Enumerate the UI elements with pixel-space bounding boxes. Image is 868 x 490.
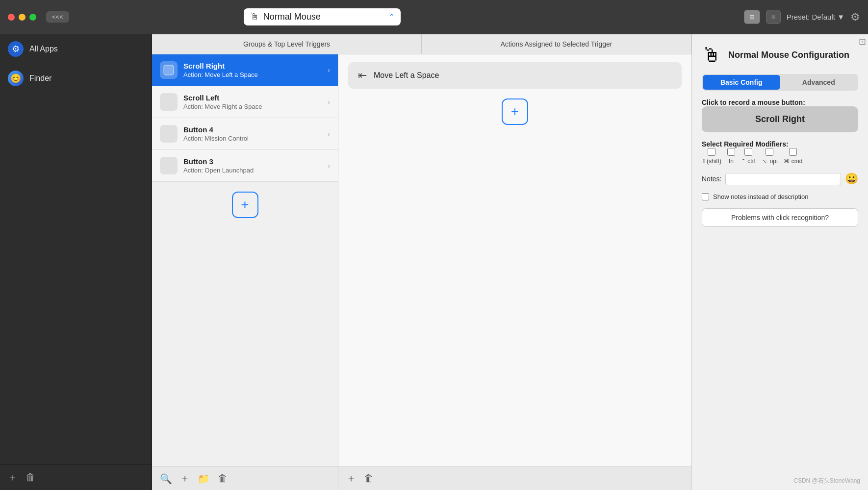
toolbar-right: ⊞ ≡ Preset: Default ▼ ⚙ <box>744 10 860 24</box>
sidebar-label-finder: Finder <box>29 74 51 83</box>
settings-gear-button[interactable]: ⚙ <box>850 11 860 24</box>
add-trigger-footer-button[interactable]: ＋ <box>180 472 190 485</box>
modifier-ctrl-checkbox[interactable] <box>744 148 752 156</box>
config-mouse-icon: 🖱 <box>702 44 721 66</box>
main-content: ⚙ All Apps 😊 Finder ＋ 🗑 Groups & Top Lev… <box>0 34 868 490</box>
record-section: Click to record a mouse button: Scroll R… <box>702 98 858 132</box>
trigger-button-4[interactable]: Button 4 Action: Mission Control › <box>152 118 338 150</box>
trigger-scroll-right-icon <box>160 61 178 79</box>
delete-trigger-button[interactable]: 🗑 <box>218 472 228 485</box>
trigger-scroll-right-name: Scroll Right <box>183 62 322 70</box>
title-bar: <<< 🖱 Normal Mouse ⌃ ⊞ ≡ Preset: Default… <box>0 0 868 34</box>
modifier-shift: ⇧(shift) <box>702 148 721 165</box>
modifiers-label: Select Required Modifiers: <box>702 140 858 148</box>
modifier-fn: fn <box>727 148 735 165</box>
delete-app-button[interactable]: 🗑 <box>26 471 35 484</box>
action-move-left-space[interactable]: ⇤ Move Left a Space <box>348 62 682 89</box>
modifier-cmd: ⌘ cmd <box>784 148 802 165</box>
show-notes-row: Show notes instead of description <box>702 193 858 200</box>
traffic-lights <box>8 14 36 21</box>
delete-action-footer-button[interactable]: 🗑 <box>364 472 374 485</box>
folder-trigger-button[interactable]: 📁 <box>198 472 210 485</box>
config-tabs: Basic Config Advanced <box>702 74 858 91</box>
show-notes-label: Show notes instead of description <box>713 193 808 200</box>
trigger-button-4-info: Button 4 Action: Mission Control <box>183 125 322 142</box>
add-action-footer-button[interactable]: ＋ <box>346 472 356 485</box>
add-action-button[interactable]: + <box>502 98 528 125</box>
back-button[interactable]: <<< <box>46 11 69 23</box>
modifier-opt-checkbox[interactable] <box>766 148 773 156</box>
tab-basic-config[interactable]: Basic Config <box>703 75 780 90</box>
tab-advanced[interactable]: Advanced <box>780 75 858 90</box>
notes-label: Notes: <box>702 175 721 183</box>
modifier-ctrl-label: ⌃ ctrl <box>741 158 755 165</box>
trigger-button-3-info: Button 3 Action: Open Launchpad <box>183 157 322 174</box>
record-section-label: Click to record a mouse button: <box>702 98 858 106</box>
right-panel-header: Actions Assigned to Selected Trigger <box>422 34 691 54</box>
modifier-shift-checkbox[interactable] <box>708 148 715 156</box>
sidebar-footer: ＋ 🗑 <box>0 465 152 490</box>
trigger-button-4-name: Button 4 <box>183 125 322 134</box>
action-move-left-space-icon: ⇤ <box>358 69 367 82</box>
watermark: CSDN @石头StoneWang <box>793 477 860 485</box>
device-mouse-icon: 🖱 <box>250 11 259 23</box>
problems-button[interactable]: Problems with click recognition? <box>702 208 858 227</box>
trigger-scroll-left-info: Scroll Left Action: Move Right a Space <box>183 94 322 110</box>
trigger-button-3[interactable]: Button 3 Action: Open Launchpad › <box>152 150 338 182</box>
trigger-scroll-right[interactable]: Scroll Right Action: Move Left a Space › <box>152 54 338 86</box>
modifier-fn-checkbox[interactable] <box>727 148 735 156</box>
triggers-footer: 🔍 ＋ 📁 🗑 <box>152 466 338 490</box>
trigger-scroll-left-action: Action: Move Right a Space <box>183 103 322 110</box>
add-app-button[interactable]: ＋ <box>8 471 18 484</box>
sidebar: ⚙ All Apps 😊 Finder ＋ 🗑 <box>0 34 152 490</box>
window-icon-button[interactable]: ⊡ <box>857 34 868 49</box>
close-button[interactable] <box>8 14 15 21</box>
svg-rect-0 <box>164 65 174 75</box>
config-title: Normal Mouse Configuration <box>728 49 849 61</box>
trigger-scroll-left[interactable]: Scroll Left Action: Move Right a Space › <box>152 86 338 118</box>
notes-input[interactable] <box>725 173 841 185</box>
trigger-scroll-left-name: Scroll Left <box>183 94 322 102</box>
trigger-button-4-action: Action: Mission Control <box>183 135 322 142</box>
minimize-button[interactable] <box>19 14 26 21</box>
maximize-button[interactable] <box>29 14 36 21</box>
left-panel-header: Groups & Top Level Triggers <box>152 34 422 54</box>
triggers-panel: Scroll Right Action: Move Left a Space ›… <box>152 54 338 490</box>
device-selector[interactable]: 🖱 Normal Mouse ⌃ <box>244 8 401 25</box>
trigger-scroll-left-chevron-icon: › <box>328 98 330 106</box>
record-button[interactable]: Scroll Right <box>702 106 858 132</box>
modifiers-row: ⇧(shift) fn ⌃ ctrl ⌥ opt ⌘ cmd <box>702 148 858 165</box>
modifier-cmd-label: ⌘ cmd <box>784 158 802 165</box>
preset-label[interactable]: Preset: Default ▼ <box>787 13 844 21</box>
modifier-opt-label: ⌥ opt <box>761 158 778 165</box>
modifier-cmd-checkbox[interactable] <box>789 148 797 156</box>
trigger-button-3-name: Button 3 <box>183 157 322 166</box>
add-trigger-button[interactable]: + <box>232 192 258 218</box>
modifier-opt: ⌥ opt <box>761 148 778 165</box>
sidebar-item-finder[interactable]: 😊 Finder <box>0 64 152 93</box>
modifier-shift-label: ⇧(shift) <box>702 158 721 165</box>
modifier-ctrl: ⌃ ctrl <box>741 148 755 165</box>
trigger-button-4-icon <box>160 125 178 143</box>
panels-row: Scroll Right Action: Move Left a Space ›… <box>152 54 691 490</box>
trigger-button-3-chevron-icon: › <box>328 162 330 170</box>
panel-headers: Groups & Top Level Triggers Actions Assi… <box>152 34 691 54</box>
sidebar-label-all-apps: All Apps <box>29 45 58 53</box>
search-triggers-button[interactable]: 🔍 <box>160 472 172 485</box>
config-panel: ⊡ 🖱 Normal Mouse Configuration Basic Con… <box>691 34 868 490</box>
modifiers-section: Select Required Modifiers: ⇧(shift) fn ⌃… <box>702 140 858 165</box>
view-list-button[interactable]: ≡ <box>766 10 781 24</box>
finder-avatar: 😊 <box>8 71 24 86</box>
emoji-button[interactable]: 😀 <box>845 172 858 185</box>
device-chevron-icon: ⌃ <box>388 12 395 22</box>
modifier-fn-label: fn <box>729 158 734 165</box>
config-header: 🖱 Normal Mouse Configuration <box>702 44 858 66</box>
trigger-scroll-right-action: Action: Move Left a Space <box>183 71 322 78</box>
sidebar-item-all-apps[interactable]: ⚙ All Apps <box>0 34 152 64</box>
action-move-left-space-name: Move Left a Space <box>374 71 439 80</box>
device-name-label: Normal Mouse <box>263 12 384 22</box>
view-grid-button[interactable]: ⊞ <box>744 10 760 24</box>
trigger-button-3-icon <box>160 157 178 174</box>
show-notes-checkbox[interactable] <box>702 193 709 200</box>
all-apps-avatar: ⚙ <box>8 41 24 57</box>
